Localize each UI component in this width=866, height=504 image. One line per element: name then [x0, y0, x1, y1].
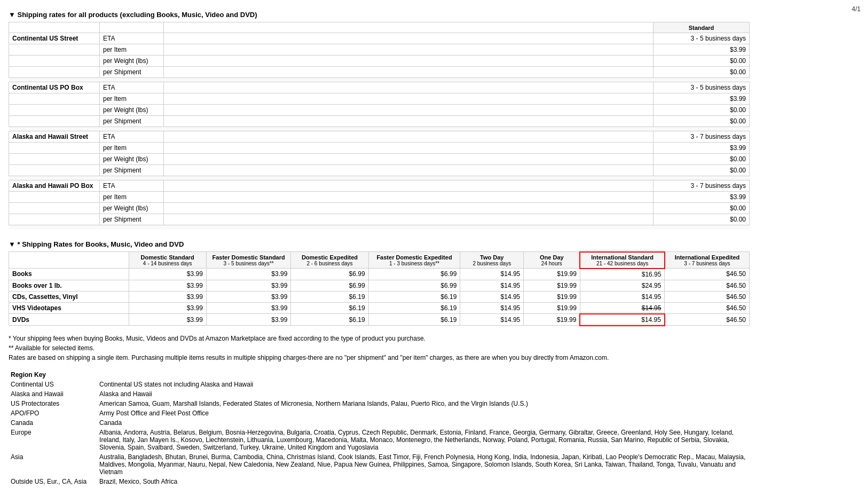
region-key-section: Region Key Continental USContinental US …	[9, 370, 750, 486]
intl-exp-value: $46.50	[665, 314, 750, 326]
region-desc: Australia, Bangladesh, Bhutan, Brunei, B…	[97, 452, 750, 477]
intl-exp-value: $46.50	[665, 291, 750, 302]
col-header-faster-dom-exp: Faster Domestic Expedited 1 - 3 business…	[368, 252, 460, 269]
col-header-dom-exp: Domestic Expedited 2 - 6 business days	[291, 252, 368, 269]
sub-row-label: per Shipment	[100, 116, 164, 127]
list-item: CanadaCanada	[9, 418, 750, 428]
region-table: Region Key Continental USContinental US …	[9, 370, 750, 486]
list-item: APO/FPOArmy Post Office and Fleet Post O…	[9, 408, 750, 418]
region-name: Alaska and Hawaii	[9, 389, 97, 399]
product-name: DVDs	[9, 314, 129, 326]
faster-dom-std-value: $3.99	[206, 314, 291, 326]
table-row: DVDs$3.99$3.99$6.19$6.19$14.95$19.99$14.…	[9, 314, 750, 326]
list-item: EuropeAlbania, Andorra, Austria, Belarus…	[9, 428, 750, 452]
two-day-value: $14.95	[460, 269, 524, 280]
sub-row-label: ETA	[100, 180, 164, 192]
dom-std-value: $3.99	[129, 302, 206, 314]
shipping-value: $0.00	[654, 214, 750, 225]
shipping-value: $0.00	[654, 67, 750, 78]
region-desc: Alaska and Hawaii	[97, 389, 750, 399]
shipping-value: 3 - 7 business days	[654, 180, 750, 192]
two-day-value: $14.95	[460, 280, 524, 291]
intl-std-value: $24.95	[580, 280, 665, 291]
faster-dom-std-value: $3.99	[206, 302, 291, 314]
region-desc: Army Post Office and Fleet Post Office	[97, 408, 750, 418]
shipping-value: $0.00	[654, 116, 750, 127]
faster-dom-std-value: $3.99	[206, 291, 291, 302]
section1-standard-header: Standard	[654, 22, 750, 33]
table-row: Continental US PO BoxETA3 - 5 business d…	[9, 82, 750, 93]
region-key-title: Region Key	[9, 370, 97, 380]
sub-row-label: per Weight (lbs)	[100, 154, 164, 165]
list-item: Outside US, Eur., CA, AsiaBrazil, Mexico…	[9, 477, 750, 486]
spacer-row	[9, 78, 750, 82]
one-day-value: $19.99	[524, 280, 580, 291]
table-row: Alaska and Hawaii PO BoxETA3 - 7 busines…	[9, 180, 750, 192]
sub-row-label: per Item	[100, 44, 164, 56]
intl-std-value: $14.95	[580, 291, 665, 302]
faster-dom-exp-value: $6.99	[368, 280, 460, 291]
region-name: US Protectorates	[9, 399, 97, 408]
region-name: APO/FPO	[9, 408, 97, 418]
sub-row-label: ETA	[100, 82, 164, 93]
intl-exp-value: $46.50	[665, 302, 750, 314]
col-header-faster-dom-std: Faster Domestic Standard 3 - 5 business …	[206, 252, 291, 269]
one-day-value: $19.99	[524, 269, 580, 280]
intl-exp-value: $46.50	[665, 269, 750, 280]
shipping-value: $0.00	[654, 56, 750, 67]
spacer-row	[9, 127, 750, 131]
sub-row-label: per Weight (lbs)	[100, 56, 164, 67]
table-row: Books$3.99$3.99$6.99$6.99$14.95$19.99$16…	[9, 269, 750, 280]
sub-row-label: per Shipment	[100, 67, 164, 78]
table-row: per Shipment$0.00	[9, 116, 750, 127]
spacer-row	[9, 225, 750, 230]
table-row: per Shipment$0.00	[9, 214, 750, 225]
table-row: per Weight (lbs)$0.00	[9, 154, 750, 165]
table-row: per Shipment$0.00	[9, 67, 750, 78]
one-day-value: $19.99	[524, 291, 580, 302]
dom-std-value: $3.99	[129, 280, 206, 291]
table-row: CDs, Cassettes, Vinyl$3.99$3.99$6.19$6.1…	[9, 291, 750, 302]
one-day-value: $19.99	[524, 314, 580, 326]
faster-dom-exp-value: $6.19	[368, 314, 460, 326]
dom-exp-value: $6.19	[291, 302, 368, 314]
col-header-intl-std: International Standard 21 - 42 business …	[580, 252, 665, 269]
section1-table: Standard Continental US StreetETA3 - 5 b…	[9, 22, 750, 230]
sub-row-label: per Weight (lbs)	[100, 203, 164, 214]
shipping-value: $3.99	[654, 44, 750, 56]
section2-container: ▼ * Shipping Rates for Books, Music, Vid…	[9, 240, 750, 326]
one-day-value: $19.99	[524, 302, 580, 314]
region-desc: Continental US states not including Alas…	[97, 380, 750, 389]
table-row: Continental US StreetETA3 - 5 business d…	[9, 33, 750, 44]
note1: * Your shipping fees when buying Books, …	[9, 335, 750, 342]
sub-row-label: ETA	[100, 33, 164, 44]
table-row: per Item$3.99	[9, 44, 750, 56]
two-day-value: $14.95	[460, 302, 524, 314]
dom-std-value: $3.99	[129, 291, 206, 302]
shipping-value: $3.99	[654, 93, 750, 105]
region-name: Europe	[9, 428, 97, 452]
sub-row-label: per Item	[100, 192, 164, 203]
col-header-one-day: One Day 24 hours	[524, 252, 580, 269]
product-name: Books over 1 lb.	[9, 280, 129, 291]
table-row: per Item$3.99	[9, 143, 750, 154]
sub-row-label: ETA	[100, 131, 164, 143]
shipping-value: $0.00	[654, 165, 750, 176]
shipping-value: 3 - 5 business days	[654, 82, 750, 93]
spacer-row	[9, 176, 750, 180]
faster-dom-std-value: $3.99	[206, 280, 291, 291]
dom-exp-value: $6.99	[291, 280, 368, 291]
shipping-value: 3 - 5 business days	[654, 33, 750, 44]
product-name: VHS Videotapes	[9, 302, 129, 314]
two-day-value: $14.95	[460, 314, 524, 326]
sub-row-label: per Shipment	[100, 165, 164, 176]
intl-std-value: $14.95	[580, 314, 665, 326]
shipping-value: $0.00	[654, 203, 750, 214]
dom-std-value: $3.99	[129, 314, 206, 326]
list-item: Alaska and HawaiiAlaska and Hawaii	[9, 389, 750, 399]
notes-section: * Your shipping fees when buying Books, …	[9, 335, 750, 361]
faster-dom-exp-value: $6.19	[368, 291, 460, 302]
region-name: Asia	[9, 452, 97, 477]
shipping-value: $0.00	[654, 105, 750, 116]
table-row: per Weight (lbs)$0.00	[9, 56, 750, 67]
